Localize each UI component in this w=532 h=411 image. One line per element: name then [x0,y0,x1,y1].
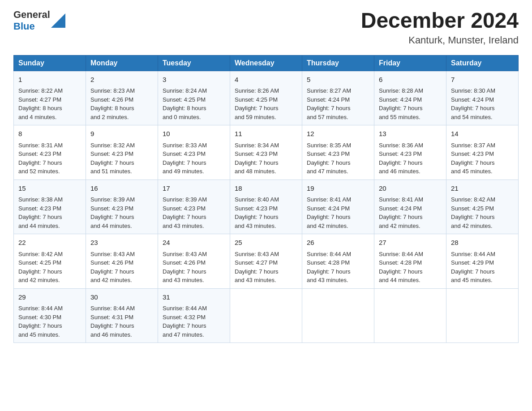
day-number: 22 [18,238,81,248]
day-number: 20 [379,184,442,194]
day-number: 23 [90,238,153,248]
day-cell-1: 1Sunrise: 8:22 AMSunset: 4:27 PMDaylight… [14,71,86,125]
day-cell-31: 31Sunrise: 8:44 AMSunset: 4:32 PMDayligh… [158,288,230,343]
day-info: Sunrise: 8:26 AMSunset: 4:25 PMDaylight:… [235,87,279,120]
page-title: December 2024 [361,9,519,33]
day-cell-21: 21Sunrise: 8:42 AMSunset: 4:25 PMDayligh… [446,180,519,234]
header-thursday: Thursday [302,55,374,71]
day-info: Sunrise: 8:44 AMSunset: 4:30 PMDaylight:… [18,305,63,338]
logo-icon [51,13,65,28]
day-cell-26: 26Sunrise: 8:44 AMSunset: 4:28 PMDayligh… [302,234,374,289]
day-number: 27 [379,238,442,248]
header-wednesday: Wednesday [230,55,302,71]
day-info: Sunrise: 8:44 AMSunset: 4:32 PMDaylight:… [163,305,207,338]
day-info: Sunrise: 8:27 AMSunset: 4:24 PMDaylight:… [307,87,351,120]
day-cell-17: 17Sunrise: 8:39 AMSunset: 4:23 PMDayligh… [158,180,230,234]
day-info: Sunrise: 8:24 AMSunset: 4:25 PMDaylight:… [163,87,207,120]
day-info: Sunrise: 8:43 AMSunset: 4:26 PMDaylight:… [163,251,207,284]
day-number: 10 [163,129,225,139]
svg-marker-0 [51,13,65,28]
day-cell-2: 2Sunrise: 8:23 AMSunset: 4:26 PMDaylight… [86,71,158,125]
empty-cell [446,288,519,343]
day-number: 26 [307,238,369,248]
day-cell-16: 16Sunrise: 8:39 AMSunset: 4:23 PMDayligh… [86,180,158,234]
day-cell-12: 12Sunrise: 8:35 AMSunset: 4:23 PMDayligh… [302,125,374,180]
empty-cell [302,288,374,343]
week-row-1: 1Sunrise: 8:22 AMSunset: 4:27 PMDaylight… [14,71,519,125]
calendar-table: SundayMondayTuesdayWednesdayThursdayFrid… [13,55,519,343]
day-number: 12 [307,129,369,139]
day-info: Sunrise: 8:23 AMSunset: 4:26 PMDaylight:… [90,87,135,120]
day-info: Sunrise: 8:41 AMSunset: 4:24 PMDaylight:… [307,196,351,229]
header-saturday: Saturday [446,55,519,71]
day-number: 30 [90,292,153,303]
day-cell-20: 20Sunrise: 8:41 AMSunset: 4:24 PMDayligh… [374,180,446,234]
day-cell-22: 22Sunrise: 8:42 AMSunset: 4:25 PMDayligh… [14,234,86,289]
day-cell-9: 9Sunrise: 8:32 AMSunset: 4:23 PMDaylight… [86,125,158,180]
day-cell-7: 7Sunrise: 8:30 AMSunset: 4:24 PMDaylight… [446,71,519,125]
day-info: Sunrise: 8:44 AMSunset: 4:29 PMDaylight:… [451,251,495,284]
day-info: Sunrise: 8:37 AMSunset: 4:23 PMDaylight:… [451,142,495,175]
day-number: 4 [235,75,297,85]
day-number: 25 [235,238,297,248]
day-cell-18: 18Sunrise: 8:40 AMSunset: 4:23 PMDayligh… [230,180,302,234]
day-info: Sunrise: 8:41 AMSunset: 4:24 PMDaylight:… [379,196,423,229]
day-info: Sunrise: 8:39 AMSunset: 4:23 PMDaylight:… [163,196,207,229]
day-cell-11: 11Sunrise: 8:34 AMSunset: 4:23 PMDayligh… [230,125,302,180]
header-tuesday: Tuesday [158,55,230,71]
day-info: Sunrise: 8:43 AMSunset: 4:26 PMDaylight:… [90,251,135,284]
day-number: 5 [307,75,369,85]
day-cell-5: 5Sunrise: 8:27 AMSunset: 4:24 PMDaylight… [302,71,374,125]
day-number: 21 [451,184,514,194]
day-cell-4: 4Sunrise: 8:26 AMSunset: 4:25 PMDaylight… [230,71,302,125]
week-row-3: 15Sunrise: 8:38 AMSunset: 4:23 PMDayligh… [14,180,519,234]
day-number: 14 [451,129,514,139]
day-info: Sunrise: 8:31 AMSunset: 4:23 PMDaylight:… [18,142,63,175]
day-info: Sunrise: 8:42 AMSunset: 4:25 PMDaylight:… [451,196,495,229]
day-cell-19: 19Sunrise: 8:41 AMSunset: 4:24 PMDayligh… [302,180,374,234]
page-header: General Blue December 2024 Kanturk, Muns… [13,9,519,46]
day-cell-15: 15Sunrise: 8:38 AMSunset: 4:23 PMDayligh… [14,180,86,234]
header-monday: Monday [86,55,158,71]
day-number: 6 [379,75,442,85]
empty-cell [374,288,446,343]
day-cell-13: 13Sunrise: 8:36 AMSunset: 4:23 PMDayligh… [374,125,446,180]
week-row-5: 29Sunrise: 8:44 AMSunset: 4:30 PMDayligh… [14,288,519,343]
day-info: Sunrise: 8:42 AMSunset: 4:25 PMDaylight:… [18,251,63,284]
day-number: 24 [163,238,225,248]
empty-cell [230,288,302,343]
day-info: Sunrise: 8:44 AMSunset: 4:28 PMDaylight:… [307,251,351,284]
logo-general: General [13,9,50,20]
header-friday: Friday [374,55,446,71]
day-number: 13 [379,129,442,139]
logo-blue: Blue [13,21,35,32]
day-number: 2 [90,75,153,85]
day-number: 11 [235,129,297,139]
day-number: 15 [18,184,81,194]
day-number: 8 [18,129,81,139]
day-number: 17 [163,184,225,194]
header-sunday: Sunday [14,55,86,71]
day-number: 7 [451,75,514,85]
day-cell-25: 25Sunrise: 8:43 AMSunset: 4:27 PMDayligh… [230,234,302,289]
day-number: 19 [307,184,369,194]
logo-text: General Blue [13,9,50,33]
day-cell-29: 29Sunrise: 8:44 AMSunset: 4:30 PMDayligh… [14,288,86,343]
day-cell-3: 3Sunrise: 8:24 AMSunset: 4:25 PMDaylight… [158,71,230,125]
day-cell-14: 14Sunrise: 8:37 AMSunset: 4:23 PMDayligh… [446,125,519,180]
day-number: 9 [90,129,153,139]
day-cell-10: 10Sunrise: 8:33 AMSunset: 4:23 PMDayligh… [158,125,230,180]
day-number: 3 [163,75,225,85]
day-cell-24: 24Sunrise: 8:43 AMSunset: 4:26 PMDayligh… [158,234,230,289]
day-cell-8: 8Sunrise: 8:31 AMSunset: 4:23 PMDaylight… [14,125,86,180]
day-number: 29 [18,292,81,303]
week-row-4: 22Sunrise: 8:42 AMSunset: 4:25 PMDayligh… [14,234,519,289]
day-info: Sunrise: 8:43 AMSunset: 4:27 PMDaylight:… [235,251,279,284]
logo: General Blue [13,9,65,33]
page-subtitle: Kanturk, Munster, Ireland [361,34,519,46]
day-info: Sunrise: 8:39 AMSunset: 4:23 PMDaylight:… [90,196,135,229]
day-info: Sunrise: 8:44 AMSunset: 4:31 PMDaylight:… [90,305,135,338]
day-number: 28 [451,238,514,248]
day-info: Sunrise: 8:30 AMSunset: 4:24 PMDaylight:… [451,87,495,120]
day-info: Sunrise: 8:38 AMSunset: 4:23 PMDaylight:… [18,196,63,229]
